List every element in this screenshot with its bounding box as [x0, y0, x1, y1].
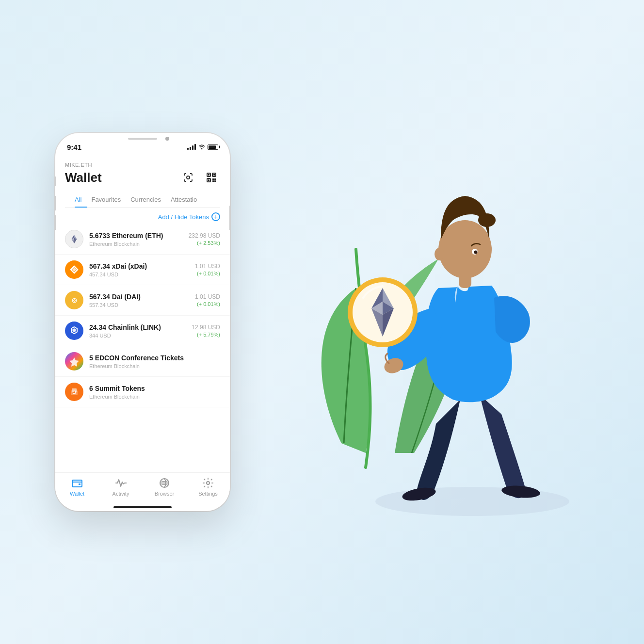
tab-currencies[interactable]: Currencies	[130, 192, 167, 207]
page-title: Wallet	[65, 170, 102, 185]
token-item-edcon[interactable]: 5 EDCON Conference Tickets Ethereum Bloc…	[55, 346, 230, 377]
eth-values: 232.98 USD (+ 2.53%)	[189, 232, 220, 246]
mute-button	[55, 177, 56, 186]
status-time: 9:41	[67, 143, 81, 151]
phone-camera	[165, 137, 169, 141]
svg-rect-4	[208, 174, 209, 176]
svg-text:◎: ◎	[72, 297, 77, 304]
add-tokens-icon: +	[211, 212, 220, 221]
svg-rect-5	[213, 174, 215, 176]
token-item-summit[interactable]: 6 Summit Tokens Ethereum Blockchain	[55, 377, 230, 407]
nav-wallet[interactable]: Wallet	[55, 477, 99, 497]
qr-code-button[interactable]	[203, 169, 220, 186]
battery-icon	[208, 145, 218, 150]
svg-point-35	[438, 220, 492, 278]
wallet-title-row: Wallet	[65, 169, 220, 186]
token-item-link[interactable]: 24.34 Chainlink (LINK) 344 USD 12.98 USD…	[55, 316, 230, 346]
edcon-blockchain: Ethereum Blockchain	[89, 363, 214, 369]
xdai-name: 567.34 xDai (xDai)	[89, 262, 189, 271]
link-usd-sub: 344 USD	[89, 333, 186, 338]
tab-attestation[interactable]: Attestatio	[171, 192, 203, 207]
dai-usd-sub: 557.34 USD	[89, 302, 189, 308]
browser-nav-icon	[158, 477, 171, 489]
phone: 9:41 MIKE.ETH	[55, 133, 230, 511]
svg-point-0	[187, 176, 190, 179]
bottom-nav: Wallet Activity	[55, 472, 230, 506]
summit-logo	[65, 383, 83, 401]
eth-name: 5.6733 Ethereum (ETH)	[89, 231, 183, 240]
volume-up-button	[55, 196, 56, 210]
token-item-eth[interactable]: 5.6733 Ethereum (ETH) Ethereum Blockchai…	[55, 224, 230, 255]
token-list: 5.6733 Ethereum (ETH) Ethereum Blockchai…	[55, 224, 230, 472]
xdai-change: (+ 0.01%)	[195, 271, 220, 276]
xdai-logo	[65, 260, 83, 279]
dai-usd: 1.01 USD	[195, 293, 220, 300]
nav-activity[interactable]: Activity	[99, 477, 143, 497]
activity-nav-icon	[114, 477, 127, 489]
home-indicator	[113, 506, 172, 508]
dai-name: 567.34 Dai (DAI)	[89, 292, 189, 301]
svg-rect-8	[214, 180, 216, 182]
svg-rect-9	[212, 180, 214, 182]
svg-rect-27	[79, 483, 80, 485]
settings-nav-icon	[202, 477, 214, 489]
nav-wallet-label: Wallet	[70, 491, 84, 497]
eth-usd: 232.98 USD	[189, 232, 220, 239]
signal-icon	[187, 144, 196, 150]
link-usd: 12.98 USD	[192, 324, 220, 331]
svg-point-25	[73, 391, 75, 393]
edcon-logo	[65, 352, 83, 370]
link-change: (+ 5.79%)	[192, 332, 220, 338]
summit-blockchain: Ethereum Blockchain	[89, 394, 214, 400]
dai-values: 1.01 USD (+ 0.01%)	[195, 293, 220, 307]
camera-scan-button[interactable]	[179, 169, 197, 186]
svg-marker-21	[69, 357, 79, 367]
eth-logo	[65, 230, 83, 248]
svg-point-38	[474, 251, 478, 254]
wifi-icon	[198, 144, 205, 150]
illustration	[269, 104, 598, 540]
wallet-username: MIKE.ETH	[65, 162, 220, 168]
xdai-info: 567.34 xDai (xDai) 457.34 USD	[89, 262, 189, 277]
link-name: 24.34 Chainlink (LINK)	[89, 323, 186, 332]
svg-marker-20	[73, 328, 76, 332]
nav-browser-label: Browser	[155, 491, 174, 497]
link-values: 12.98 USD (+ 5.79%)	[192, 324, 220, 338]
add-tokens-row: Add / Hide Tokens +	[55, 208, 230, 224]
nav-activity-label: Activity	[113, 491, 129, 497]
nav-settings-label: Settings	[198, 491, 218, 497]
xdai-usd: 1.01 USD	[195, 263, 220, 270]
tab-favourites[interactable]: Favourites	[91, 192, 127, 207]
nav-browser[interactable]: Browser	[143, 477, 186, 497]
volume-down-button	[55, 215, 56, 230]
tab-all[interactable]: All	[75, 192, 87, 207]
scene: 9:41 MIKE.ETH	[55, 80, 589, 564]
eth-info: 5.6733 Ethereum (ETH) Ethereum Blockchai…	[89, 231, 183, 247]
summit-name: 6 Summit Tokens	[89, 384, 214, 393]
link-logo	[65, 322, 83, 340]
svg-point-29	[207, 482, 209, 484]
add-tokens-label: Add / Hide Tokens	[158, 213, 209, 221]
xdai-usd-sub: 457.34 USD	[89, 272, 189, 277]
phone-speaker	[128, 138, 157, 140]
token-item-dai[interactable]: ◎ 567.34 Dai (DAI) 557.34 USD 1.01 USD (…	[55, 285, 230, 316]
dai-change: (+ 0.01%)	[195, 301, 220, 307]
status-icons	[187, 144, 218, 150]
token-item-xdai[interactable]: 567.34 xDai (xDai) 457.34 USD 1.01 USD (…	[55, 255, 230, 285]
svg-rect-6	[208, 179, 209, 181]
wallet-header: MIKE.ETH Wallet	[55, 154, 230, 208]
nav-settings[interactable]: Settings	[186, 477, 230, 497]
wallet-action-icons	[179, 169, 220, 186]
edcon-name: 5 EDCON Conference Tickets	[89, 354, 214, 362]
dai-info: 567.34 Dai (DAI) 557.34 USD	[89, 292, 189, 308]
xdai-values: 1.01 USD (+ 0.01%)	[195, 263, 220, 276]
link-info: 24.34 Chainlink (LINK) 344 USD	[89, 323, 186, 338]
svg-point-30	[375, 487, 569, 516]
svg-rect-10	[214, 178, 216, 180]
eth-change: (+ 2.53%)	[189, 240, 220, 246]
phone-notch	[113, 133, 172, 147]
svg-point-39	[435, 248, 444, 260]
edcon-info: 5 EDCON Conference Tickets Ethereum Bloc…	[89, 354, 214, 369]
add-hide-tokens-button[interactable]: Add / Hide Tokens +	[158, 212, 220, 221]
wallet-nav-icon	[71, 477, 83, 489]
